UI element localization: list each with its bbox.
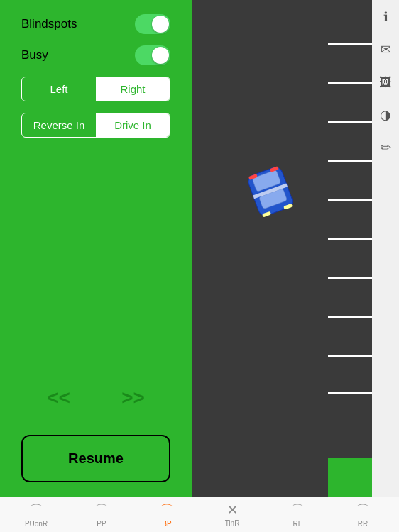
main-area: Blindspots Busy Left Right Reverse In Dr… — [0, 0, 399, 497]
tinr-icon: ✕ — [227, 502, 238, 518]
tab-rr[interactable]: ⌒ RR — [330, 501, 395, 528]
rl-icon: ⌒ — [291, 501, 304, 519]
busy-toggle[interactable] — [135, 45, 170, 65]
rr-icon: ⌒ — [356, 501, 369, 519]
blindspots-toggle[interactable] — [135, 14, 170, 34]
blindspots-label: Blindspots — [21, 17, 77, 31]
prev-button[interactable]: << — [47, 387, 70, 409]
resume-button[interactable]: Resume — [21, 435, 170, 482]
image-icon[interactable]: 🖼 — [376, 72, 395, 92]
edit-icon[interactable]: ✏ — [376, 138, 395, 157]
side-right-button[interactable]: Right — [96, 77, 170, 101]
pp-icon: ⌒ — [95, 501, 108, 519]
next-button[interactable]: >> — [121, 387, 145, 409]
puonr-icon: ⌒ — [30, 501, 43, 519]
bp-label: BP — [162, 520, 171, 528]
tab-puonr[interactable]: ⌒ PUonR — [4, 501, 69, 528]
reverse-in-button[interactable]: Reverse In — [22, 113, 96, 137]
tinr-label: TinR — [225, 519, 240, 527]
tab-pp[interactable]: ⌒ PP — [69, 501, 134, 528]
tab-rl[interactable]: ⌒ RL — [265, 501, 330, 528]
bottom-tabbar: ⌒ PUonR ⌒ PP ⌒ BP ✕ TinR ⌒ RL ⌒ RR — [0, 497, 399, 532]
side-left-button[interactable]: Left — [22, 77, 96, 101]
rl-label: RL — [293, 520, 302, 528]
direction-segment-control: Reverse In Drive In — [21, 113, 170, 138]
contrast-icon[interactable]: ◑ — [376, 105, 395, 125]
bp-icon: ⌒ — [160, 501, 173, 519]
tab-bp[interactable]: ⌒ BP — [134, 501, 200, 528]
mail-icon[interactable]: ✉ — [376, 40, 395, 60]
busy-row: Busy — [14, 45, 177, 65]
nav-arrows-row: << >> — [21, 372, 170, 423]
drive-in-button[interactable]: Drive In — [96, 113, 170, 137]
pp-label: PP — [97, 520, 106, 528]
info-icon[interactable]: ℹ — [376, 7, 395, 27]
left-panel-spacer — [14, 149, 177, 361]
busy-label: Busy — [21, 48, 48, 62]
side-segment-control: Left Right — [21, 77, 170, 101]
rr-label: RR — [358, 520, 368, 528]
right-panel: ℹ ✉ 🖼 ◑ ✏ — [192, 0, 399, 497]
puonr-label: PUonR — [25, 520, 48, 528]
tab-tinr[interactable]: ✕ TinR — [200, 502, 265, 527]
blindspots-row: Blindspots — [14, 14, 177, 34]
left-panel: Blindspots Busy Left Right Reverse In Dr… — [0, 0, 192, 497]
sidebar-icons: ℹ ✉ 🖼 ◑ ✏ — [372, 0, 399, 497]
